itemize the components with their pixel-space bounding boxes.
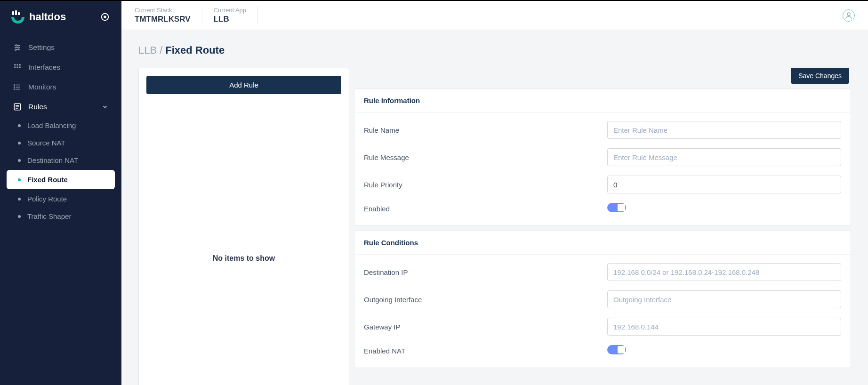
save-changes-button[interactable]: Save Changes: [791, 68, 849, 84]
crumb-value: LLB: [214, 15, 246, 24]
svg-rect-12: [17, 64, 18, 65]
topbar: Current Stack TMTMRLKSRV Current App LLB: [121, 1, 868, 30]
toggle-knob: [618, 346, 625, 353]
label-gateway-ip: Gateway IP: [364, 323, 598, 331]
label-enabled-nat: Enabled NAT: [364, 347, 598, 355]
section-title: Rule Conditions: [354, 231, 851, 255]
sidebar-item-monitors[interactable]: Monitors: [0, 77, 121, 97]
label-outgoing-interface: Outgoing Interface: [364, 296, 598, 304]
svg-point-21: [14, 87, 15, 88]
target-icon[interactable]: [100, 12, 110, 22]
row-destination-ip: Destination IP: [354, 258, 851, 286]
list-icon: [13, 83, 22, 91]
toggle-enabled-nat[interactable]: [607, 345, 626, 354]
divider: [257, 7, 258, 24]
sidebar-subitem-load-balancing[interactable]: Load Balancing: [0, 117, 121, 134]
sidebar-subitem-policy-route[interactable]: Policy Route: [0, 190, 121, 208]
sidebar-item-label: Load Balancing: [27, 121, 76, 129]
breadcrumb-separator: /: [157, 44, 165, 56]
svg-point-22: [14, 89, 15, 90]
svg-point-10: [15, 49, 16, 50]
divider: [202, 7, 202, 24]
sidebar: haltdos Settings Interfaces: [0, 1, 121, 385]
label-rule-message: Rule Message: [364, 153, 598, 161]
form-body: Destination IP Outgoing Interface Gatewa…: [354, 255, 851, 368]
user-avatar[interactable]: [843, 9, 855, 22]
form-body: Rule Name Rule Message Rule Priority: [354, 112, 851, 225]
svg-rect-1: [15, 10, 17, 15]
svg-rect-11: [14, 64, 16, 65]
toggle-knob: [618, 204, 625, 211]
sidebar-item-interfaces[interactable]: Interfaces: [0, 57, 121, 77]
input-outgoing-interface[interactable]: [607, 290, 841, 308]
logo[interactable]: haltdos: [11, 10, 66, 24]
row-rule-priority: Rule Priority: [354, 171, 851, 198]
rules-icon: [13, 103, 22, 111]
sidebar-item-label: Traffic Shaper: [27, 212, 71, 220]
sidebar-subitem-destination-nat[interactable]: Destination NAT: [0, 152, 121, 169]
svg-rect-15: [17, 67, 18, 68]
sidebar-item-settings[interactable]: Settings: [0, 38, 121, 57]
sliders-icon: [13, 43, 22, 52]
input-gateway-ip[interactable]: [607, 318, 841, 336]
input-rule-name[interactable]: [607, 121, 841, 139]
sidebar-header: haltdos: [0, 1, 121, 35]
svg-point-27: [847, 13, 850, 16]
label-destination-ip: Destination IP: [364, 268, 598, 276]
right-column: Save Changes Rule Information Rule Name …: [354, 68, 851, 368]
actions-row: Save Changes: [354, 68, 851, 84]
row-outgoing-interface: Outgoing Interface: [354, 286, 851, 313]
svg-point-20: [14, 85, 15, 86]
sidebar-subitem-traffic-shaper[interactable]: Traffic Shaper: [0, 208, 121, 225]
svg-point-6: [16, 45, 17, 46]
input-rule-priority[interactable]: [607, 176, 841, 193]
rule-conditions-panel: Rule Conditions Destination IP Outgoing …: [354, 231, 851, 368]
sidebar-subitem-source-nat[interactable]: Source NAT: [0, 134, 121, 152]
sidebar-item-label: Rules: [28, 103, 47, 111]
sidebar-item-label: Policy Route: [27, 195, 67, 203]
svg-point-4: [104, 16, 106, 18]
sidebar-item-label: Interfaces: [28, 63, 60, 72]
row-enabled: Enabled: [354, 198, 851, 219]
bullet-icon: [18, 142, 21, 144]
bullet-icon: [18, 159, 21, 162]
sidebar-nav: Settings Interfaces Monitors Rules: [0, 35, 121, 227]
logo-icon: [11, 10, 24, 24]
crumb-value: TMTMRLKSRV: [135, 15, 191, 24]
rule-information-panel: Rule Information Rule Name Rule Message: [354, 88, 851, 226]
sidebar-item-rules[interactable]: Rules: [0, 97, 121, 117]
sidebar-item-label: Destination NAT: [27, 156, 78, 164]
svg-rect-0: [12, 11, 14, 15]
crumb-app[interactable]: Current App LLB: [214, 7, 246, 24]
content: LLB/Fixed Route Add Rule No items to sho…: [121, 30, 868, 385]
rules-list-panel: Add Rule No items to show: [138, 68, 349, 385]
input-destination-ip[interactable]: [607, 263, 841, 281]
brand-name: haltdos: [29, 11, 66, 23]
crumb-label: Current App: [214, 7, 246, 14]
sidebar-subitem-fixed-route[interactable]: Fixed Route: [7, 170, 115, 189]
row-gateway-ip: Gateway IP: [354, 313, 851, 340]
toggle-enabled[interactable]: [607, 203, 626, 212]
svg-rect-13: [19, 64, 21, 65]
main: Current Stack TMTMRLKSRV Current App LLB…: [121, 1, 868, 385]
chevron-down-icon: [102, 104, 108, 110]
breadcrumb-parent[interactable]: LLB: [138, 44, 157, 56]
sidebar-item-label: Source NAT: [27, 139, 65, 147]
row-enabled-nat: Enabled NAT: [354, 340, 851, 361]
empty-state-text: No items to show: [146, 254, 341, 263]
label-rule-priority: Rule Priority: [364, 181, 598, 189]
crumb-label: Current Stack: [135, 7, 191, 14]
crumb-stack[interactable]: Current Stack TMTMRLKSRV: [135, 7, 191, 24]
app-root: haltdos Settings Interfaces: [0, 0, 868, 385]
svg-point-8: [18, 47, 19, 48]
label-enabled: Enabled: [364, 205, 598, 213]
bullet-icon: [18, 215, 21, 218]
grid-icon: [13, 63, 22, 72]
sidebar-subnav-rules: Load Balancing Source NAT Destination NA…: [0, 117, 121, 227]
add-rule-button[interactable]: Add Rule: [146, 76, 341, 94]
breadcrumb: LLB/Fixed Route: [138, 44, 851, 56]
sidebar-item-label: Monitors: [28, 83, 56, 91]
input-rule-message[interactable]: [607, 148, 841, 166]
bullet-icon: [18, 124, 21, 127]
row-rule-name: Rule Name: [354, 116, 851, 144]
